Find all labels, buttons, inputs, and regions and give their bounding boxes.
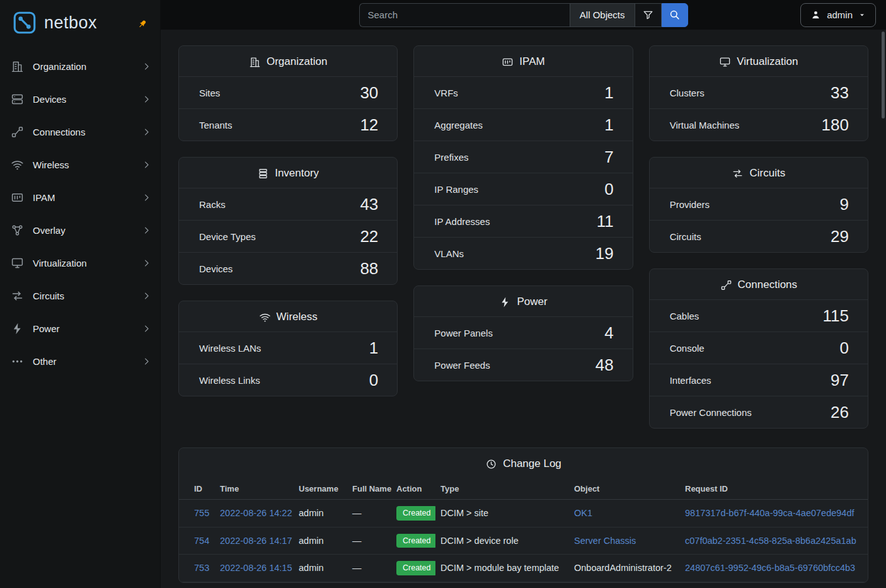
bolt-icon [11,322,24,335]
request-id-link[interactable]: 9817317d-b67f-440a-99ca-4ae07ede94df [685,508,854,518]
card-title: Circuits [749,167,785,180]
chevron-right-icon [142,291,151,301]
stat-label[interactable]: Aggregates [434,120,483,130]
stat-label[interactable]: Prefixes [434,152,468,163]
cable-icon [720,279,732,291]
stat-row-power-panels[interactable]: Power Panels 4 [414,316,632,349]
request-id-link[interactable]: c07f0ab2-2351-4c58-825a-8b6a2425a1ab [685,536,856,546]
stat-row-wireless-links[interactable]: Wireless Links 0 [179,364,397,396]
stat-value: 0 [369,372,378,388]
sidebar-item-wireless[interactable]: Wireless [0,148,160,181]
stat-row-cables[interactable]: Cables 115 [650,299,868,331]
stat-label[interactable]: Wireless Links [199,375,260,386]
stat-row-aggregates[interactable]: Aggregates 1 [414,108,632,141]
brand[interactable]: netbox [0,0,160,43]
sidebar-item-organization[interactable]: Organization [0,50,160,83]
request-id-link[interactable]: 24807c61-9952-49c6-b8a5-69760bfcc4b3 [685,563,855,573]
stat-label[interactable]: Tenants [199,120,233,130]
sidebar-item-devices[interactable]: Devices [0,83,160,115]
change-time-link[interactable]: 2022-08-26 14:17 [220,536,292,546]
stat-row-virtual-machines[interactable]: Virtual Machines 180 [650,108,868,141]
col-id: ID [179,478,215,500]
stat-row-sites[interactable]: Sites 30 [179,76,397,108]
stat-row-tenants[interactable]: Tenants 12 [179,108,397,141]
stat-label[interactable]: Providers [670,199,710,210]
stat-label[interactable]: Power Connections [670,407,752,418]
search-input[interactable] [359,3,570,27]
card-virtualization: Virtualization Clusters 33 Virtual Machi… [649,45,868,141]
stat-label[interactable]: Interfaces [670,375,711,386]
card-header: Connections [650,269,868,299]
chevron-right-icon [142,357,151,366]
stat-row-racks[interactable]: Racks 43 [179,188,397,220]
sidebar-item-ipam[interactable]: IPAM [0,181,160,214]
change-object: OnboardAdministrator-2 [574,563,672,573]
stat-label[interactable]: Sites [199,88,220,98]
change-object-link[interactable]: Server Chassis [574,536,636,546]
stat-label[interactable]: VRFs [434,88,458,98]
change-time-link[interactable]: 2022-08-26 14:22 [220,508,292,518]
stat-row-prefixes[interactable]: Prefixes 7 [414,141,632,173]
change-time-link[interactable]: 2022-08-26 14:15 [220,563,292,573]
sidebar-item-virtualization[interactable]: Virtualization [0,246,160,279]
filter-button[interactable] [635,3,662,27]
sidebar-item-overlay[interactable]: Overlay [0,214,160,246]
stat-label[interactable]: IP Addresses [434,216,490,227]
sidebar-item-power[interactable]: Power [0,312,160,345]
history-icon [485,458,497,470]
stat-label[interactable]: Cables [670,311,699,321]
stat-label[interactable]: Console [670,343,705,354]
stat-label[interactable]: Power Panels [434,328,493,338]
stat-row-vrfs[interactable]: VRFs 1 [414,76,632,108]
stat-row-console[interactable]: Console 0 [650,331,868,364]
change-full-name: — [352,508,362,518]
stat-label[interactable]: Circuits [670,231,701,242]
stat-row-vlans[interactable]: VLANs 19 [414,237,632,269]
stat-label[interactable]: Wireless LANs [199,343,261,354]
stat-label[interactable]: Device Types [199,231,256,242]
change-type: DCIM > site [440,508,488,518]
sidebar-item-connections[interactable]: Connections [0,115,160,148]
dashboard-grid: Organization Sites 30 Tenants 12 Invento… [178,45,868,429]
wifi-icon [11,158,24,171]
stat-label[interactable]: Virtual Machines [670,120,740,130]
chevron-right-icon [142,62,151,71]
change-id-link[interactable]: 754 [194,536,209,546]
change-id-link[interactable]: 753 [194,563,209,573]
stat-label[interactable]: Devices [199,263,233,274]
sidebar-item-circuits[interactable]: Circuits [0,279,160,312]
user-menu[interactable]: admin [800,3,876,27]
stat-label[interactable]: VLANs [434,248,464,259]
stat-label[interactable]: Racks [199,199,226,210]
stat-row-ip-addresses[interactable]: IP Addresses 11 [414,205,632,237]
change-object-link[interactable]: OK1 [574,508,592,518]
card-title: Virtualization [737,55,798,68]
change-full-name: — [352,536,362,546]
stat-row-clusters[interactable]: Clusters 33 [650,76,868,108]
card-title: Connections [738,279,798,291]
scrollbar[interactable] [882,32,885,118]
sidebar-item-label: Organization [33,61,133,72]
pin-icon[interactable] [135,17,150,32]
stat-label[interactable]: Power Feeds [434,360,490,371]
change-username: admin [299,508,324,518]
stat-row-providers[interactable]: Providers 9 [650,188,868,220]
stat-row-device-types[interactable]: Device Types 22 [179,220,397,252]
search-button[interactable] [662,3,688,27]
stat-row-power-connections[interactable]: Power Connections 26 [650,396,868,428]
sidebar-item-other[interactable]: Other [0,345,160,378]
stat-value: 0 [604,181,613,197]
stat-label[interactable]: Clusters [670,88,705,98]
change-id-link[interactable]: 755 [194,508,209,518]
object-type-dropdown[interactable]: All Objects [570,3,635,27]
stat-row-interfaces[interactable]: Interfaces 97 [650,364,868,396]
stat-row-devices[interactable]: Devices 88 [179,252,397,284]
stat-row-circuits[interactable]: Circuits 29 [650,220,868,252]
stat-value: 97 [831,372,849,388]
col-full-name: Full Name [347,478,391,500]
stat-label[interactable]: IP Ranges [434,184,478,195]
stat-row-ip-ranges[interactable]: IP Ranges 0 [414,173,632,205]
stat-row-wireless-lans[interactable]: Wireless LANs 1 [179,331,397,364]
stat-row-power-feeds[interactable]: Power Feeds 48 [414,349,632,381]
card-header: Inventory [179,158,397,188]
